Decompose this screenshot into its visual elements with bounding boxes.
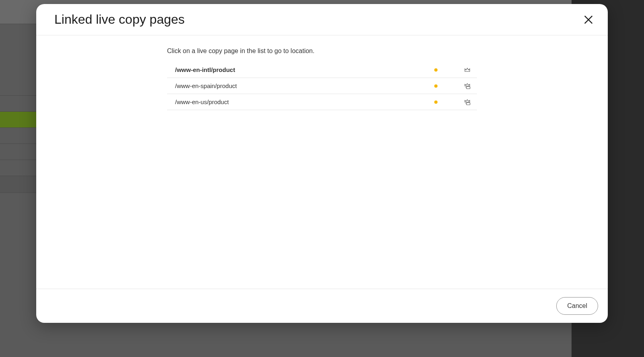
modal-dialog: Linked live copy pages Click on a live c…	[36, 4, 608, 323]
close-icon	[583, 14, 594, 25]
modal-footer: Cancel	[36, 289, 608, 323]
modal-overlay: Linked live copy pages Click on a live c…	[0, 0, 644, 357]
instruction-text: Click on a live copy page in the list to…	[167, 47, 477, 55]
modal-title: Linked live copy pages	[54, 12, 185, 27]
page-row[interactable]: /www-en-intl/product	[167, 62, 477, 78]
page-row[interactable]: /www-en-spain/product	[167, 78, 477, 94]
modal-body: Click on a live copy page in the list to…	[36, 35, 608, 289]
cancel-button[interactable]: Cancel	[556, 297, 598, 315]
page-list: /www-en-intl/product /www-en-spain/produ…	[167, 62, 477, 110]
svg-rect-4	[466, 103, 470, 105]
status-dot-icon	[434, 68, 438, 72]
close-button[interactable]	[581, 12, 596, 27]
page-row[interactable]: /www-en-us/product	[167, 94, 477, 110]
content-area: Click on a live copy page in the list to…	[167, 47, 477, 289]
crown-icon	[464, 66, 471, 74]
status-dot-icon	[434, 101, 438, 104]
svg-rect-2	[466, 86, 470, 88]
page-path: /www-en-spain/product	[175, 82, 434, 89]
status-dot-icon	[434, 84, 438, 88]
page-path: /www-en-us/product	[175, 98, 434, 105]
page-path: /www-en-intl/product	[175, 66, 434, 73]
linked-copy-icon	[464, 82, 471, 90]
linked-copy-icon	[464, 98, 471, 106]
modal-header: Linked live copy pages	[36, 4, 608, 35]
